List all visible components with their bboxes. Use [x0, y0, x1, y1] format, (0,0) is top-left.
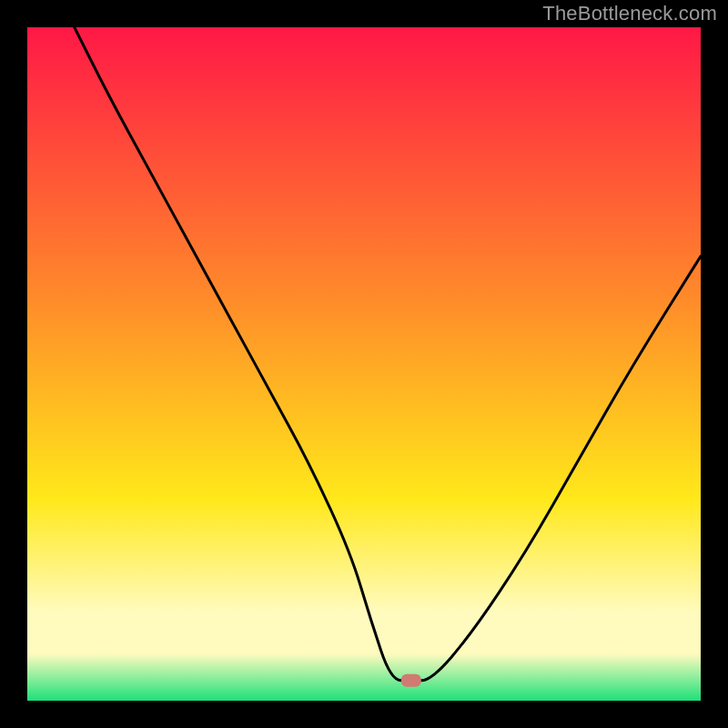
chart-frame: TheBottleneck.com	[0, 0, 728, 728]
plot-svg	[27, 27, 701, 701]
plot-area	[27, 27, 701, 701]
minimum-marker	[401, 674, 421, 687]
watermark-text: TheBottleneck.com	[542, 2, 717, 25]
